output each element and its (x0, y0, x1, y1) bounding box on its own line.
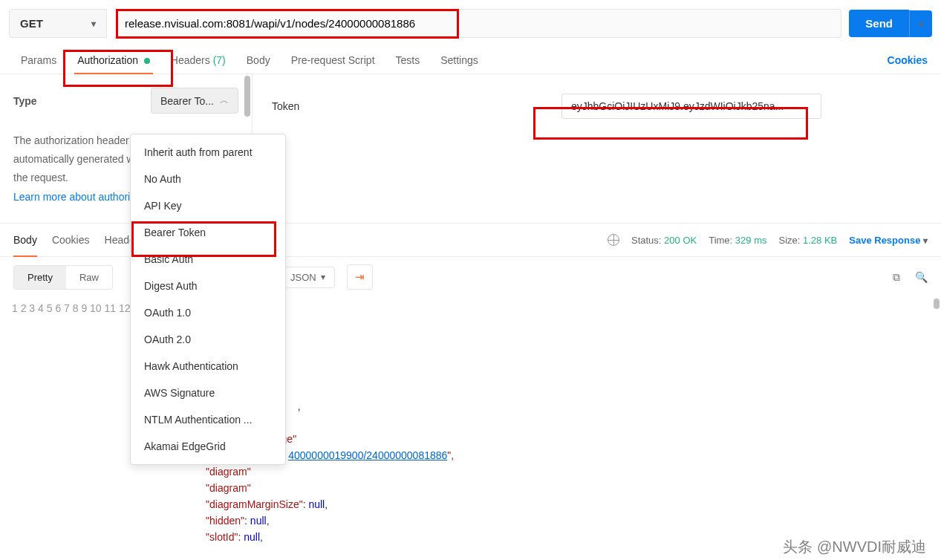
code-punct: , (260, 531, 263, 543)
code-key: "diagramMarginSize" (206, 498, 303, 510)
auth-option-digest[interactable]: Digest Auth (131, 273, 285, 299)
code-key: "slotId" (206, 531, 238, 543)
format-raw[interactable]: Raw (66, 266, 112, 289)
size-text: Size: 1.28 KB (778, 235, 837, 246)
tab-headers[interactable]: Headers (7) (160, 47, 236, 74)
wrap-lines-button[interactable]: ⇥ (347, 264, 373, 290)
tab-headers-label: Headers (171, 54, 210, 66)
tab-params[interactable]: Params (10, 47, 67, 74)
send-dropdown-button[interactable]: ▾ (909, 10, 932, 37)
auth-type-label: Type (13, 95, 37, 107)
code-key: "hidden" (206, 515, 244, 527)
scrollbar-handle[interactable] (244, 76, 250, 117)
format-pretty[interactable]: Pretty (14, 266, 66, 289)
code-key: "diagram" (206, 482, 251, 494)
code-punct: , (298, 400, 301, 412)
auth-type-selected: Bearer To... (160, 95, 214, 107)
chevron-down-icon: ▾ (923, 235, 928, 246)
request-tabs: Params Authorization Headers (7) Body Pr… (0, 47, 941, 74)
auth-option-oauth2[interactable]: OAuth 2.0 (131, 326, 285, 353)
globe-icon[interactable] (608, 234, 619, 246)
copy-icon[interactable]: ⧉ (893, 271, 900, 284)
url-input-wrapper (114, 9, 841, 38)
response-status-area: Status: 200 OK Time: 329 ms Size: 1.28 K… (608, 234, 928, 246)
size-label: Size: (778, 235, 800, 246)
tab-body[interactable]: Body (236, 47, 281, 74)
response-tab-cookies[interactable]: Cookies (52, 231, 90, 249)
chevron-down-icon: ▾ (91, 19, 96, 29)
format-lang-select[interactable]: JSON ▾ (281, 267, 335, 288)
format-group: Pretty Raw (13, 265, 113, 290)
tab-tests[interactable]: Tests (385, 47, 431, 74)
size-value: 1.28 KB (803, 235, 837, 246)
search-icon[interactable]: 🔍 (915, 271, 928, 284)
code-punct: , (325, 498, 328, 510)
url-input[interactable] (125, 17, 830, 30)
save-response-label: Save Response (849, 235, 920, 246)
code-link[interactable]: 4000000019900/24000000081886 (288, 449, 447, 461)
tab-settings[interactable]: Settings (430, 47, 489, 74)
auth-option-basic[interactable]: Basic Auth (131, 246, 285, 273)
response-actions: ⧉ 🔍 (893, 271, 928, 284)
auth-right-pane: Token eyJhbGciOiJIUzUxMiJ9.eyJzdWIiOiJkb… (253, 74, 941, 223)
auth-type-dropdown: Inherit auth from parent No Auth API Key… (130, 134, 286, 465)
cookies-link[interactable]: Cookies (885, 47, 931, 74)
save-response-button[interactable]: Save Response ▾ (849, 235, 928, 246)
code-null: null (244, 531, 260, 543)
auth-type-select[interactable]: Bearer To... ︿ (151, 88, 238, 114)
auth-option-apikey[interactable]: API Key (131, 192, 285, 219)
auth-option-oauth1[interactable]: OAuth 1.0 (131, 299, 285, 326)
response-tabs: Body Cookies Headers (13, 231, 143, 249)
status-label: Status: (631, 235, 661, 246)
code-punct: , (267, 515, 270, 527)
headers-count: (7) (213, 54, 226, 66)
send-button[interactable]: Send (849, 10, 909, 37)
time-label: Time: (709, 235, 732, 246)
auth-option-aws[interactable]: AWS Signature (131, 380, 285, 406)
token-label: Token (272, 100, 532, 112)
code-null: null (308, 498, 325, 510)
http-method-label: GET (20, 17, 43, 30)
watermark: 头条 @NWVDI耐威迪 (783, 537, 926, 548)
time-text: Time: 329 ms (709, 235, 766, 246)
tab-authorization-label: Authorization (77, 54, 138, 66)
auth-option-noauth[interactable]: No Auth (131, 166, 285, 192)
chevron-down-icon: ▾ (919, 19, 923, 30)
code-key: "diagram" (206, 466, 251, 478)
code-null: null (250, 515, 267, 527)
request-bar: GET ▾ Send ▾ (0, 0, 941, 47)
format-lang-label: JSON (290, 272, 316, 283)
http-method-select[interactable]: GET ▾ (9, 9, 107, 38)
auth-option-ntlm[interactable]: NTLM Authentication ... (131, 406, 285, 433)
auth-option-akamai[interactable]: Akamai EdgeGrid (131, 433, 285, 460)
token-row: Token eyJhbGciOiJIUzUxMiJ9.eyJzdWIiOiJkb… (272, 94, 922, 119)
status-text: Status: 200 OK (631, 235, 697, 246)
auth-type-row: Type Bearer To... ︿ (13, 88, 238, 114)
chevron-down-icon: ▾ (321, 272, 325, 282)
tab-authorization[interactable]: Authorization (67, 47, 160, 74)
response-tab-body[interactable]: Body (13, 231, 37, 249)
token-input[interactable]: eyJhbGciOiJIUzUxMiJ9.eyJzdWIiOiJkb25na..… (561, 94, 821, 119)
scrollbar-handle[interactable] (934, 299, 940, 309)
auth-option-hawk[interactable]: Hawk Authentication (131, 353, 285, 380)
code-punct: ", (447, 449, 454, 461)
send-button-group: Send ▾ (849, 10, 932, 37)
time-value: 329 ms (735, 235, 767, 246)
auth-option-inherit[interactable]: Inherit auth from parent (131, 139, 285, 166)
auth-option-bearer[interactable]: Bearer Token (131, 219, 285, 246)
tab-prerequest[interactable]: Pre-request Script (281, 47, 385, 74)
status-value: 200 OK (664, 235, 697, 246)
active-dot-icon (144, 58, 150, 64)
chevron-up-icon: ︿ (220, 94, 229, 107)
